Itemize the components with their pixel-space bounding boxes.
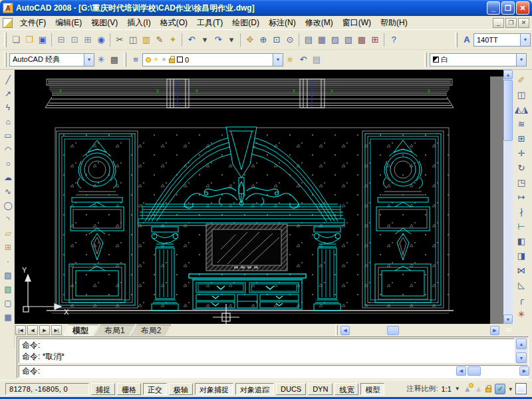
ellipse-arc-icon[interactable]: ◝ [2,212,15,226]
quickcalc-icon[interactable]: ⊞ [368,33,382,47]
menu-item[interactable]: 标注(N) [264,17,301,28]
redo-icon[interactable]: ↷ [211,33,225,47]
break-icon[interactable]: ◨ [514,248,529,263]
tab-nav-last[interactable]: ▶| [51,325,62,335]
chevron-down-icon[interactable]: ▾ [516,54,526,66]
command-scrollbar[interactable]: ▲ ▼ [516,338,527,363]
status-toggle[interactable]: 对象追踪 [235,383,274,395]
help-icon[interactable]: ? [387,33,400,47]
mirror-icon[interactable]: ◭◮ [514,102,529,116]
toolbar-grip[interactable] [424,53,427,67]
menu-item[interactable]: 视图(V) [86,17,122,28]
layer-combo[interactable]: ☀ ☀ 0 ▾ [142,53,283,66]
arc-icon[interactable]: ◠ [2,142,15,156]
menu-item[interactable]: 窗口(W) [338,17,376,28]
join-icon[interactable]: ⋈ [514,263,529,277]
status-toggle[interactable]: 正交 [143,383,167,395]
menu-item[interactable]: 修改(M) [301,17,338,28]
plot-icon[interactable]: ⊟ [55,33,68,47]
revision-cloud-icon[interactable]: ☁ [2,170,15,184]
toolbar-grip[interactable] [4,33,7,47]
zoom-previous-icon[interactable]: ⊙ [283,33,297,47]
table-icon[interactable]: ▦ [2,310,15,324]
status-menu-arrow-icon[interactable]: ▾ [509,386,512,392]
layer-properties-manager-icon[interactable]: ≡ [129,53,142,67]
explode-icon[interactable]: ✳ [514,307,529,321]
toolbar-separator[interactable] [182,33,183,47]
cut-icon[interactable]: ✂ [113,33,126,47]
horizontal-scroll-thumb[interactable] [387,326,399,335]
fillet-icon[interactable]: ╭ [514,292,529,307]
command-history[interactable]: 命令:命令: *取消* [19,338,515,363]
designcenter-icon[interactable]: ▦ [315,33,329,47]
paste-icon[interactable]: ▥ [140,33,153,47]
command-input[interactable]: 命令: [19,365,528,378]
save-icon[interactable]: ▣ [36,33,49,47]
tool-palettes-icon[interactable]: ▨ [329,33,342,47]
match-properties-icon[interactable]: ✎ [153,33,166,47]
plot-preview-icon[interactable]: ⊡ [68,33,81,47]
erase-icon[interactable]: ✐ [514,72,529,87]
chamfer-icon[interactable]: ◺ [514,277,529,292]
chevron-down-icon[interactable]: ▾ [273,54,283,66]
markup-set-manager-icon[interactable]: ▩ [355,33,368,47]
toolbar-separator[interactable] [51,33,53,47]
move-icon[interactable]: ✛ [514,146,529,160]
menu-item[interactable]: 绘图(D) [227,17,264,28]
menu-item[interactable]: 格式(O) [156,17,192,28]
make-block-icon[interactable]: ⊞ [2,240,15,254]
layout-tab[interactable]: 布局2 [131,325,172,336]
toolbar-grip[interactable] [4,53,7,67]
annotation-scale-arrow-icon[interactable]: ▼ [455,386,460,392]
doc-restore-button[interactable]: ❐ [505,18,517,28]
insert-block-icon[interactable]: ▱ [2,226,15,240]
workspace-settings-icon[interactable]: ✳ [94,53,108,67]
toolbar-separator[interactable] [299,33,300,47]
zoom-window-icon[interactable]: ⊡ [270,33,283,47]
circle-icon[interactable]: ○ [2,156,15,170]
annotation-visibility-icon[interactable]: ▲ [464,384,471,394]
tab-scroll-splitter[interactable] [335,325,338,335]
ellipse-icon[interactable]: ◯ [2,198,15,212]
gradient-icon[interactable]: ▧ [2,282,15,296]
status-toggle[interactable]: DYN [308,383,332,395]
color-combo[interactable]: 白 ▾ [430,53,527,66]
chevron-down-icon[interactable]: ▾ [84,54,94,66]
zoom-realtime-icon[interactable]: ⊕ [257,33,270,47]
doc-minimize-button[interactable]: _ [493,18,504,28]
chevron-down-icon[interactable]: ▾ [520,34,530,46]
command-hscrollbar[interactable]: ◀ ▶ [456,366,529,376]
menu-item[interactable]: 编辑(E) [51,17,86,28]
hatch-icon[interactable]: ▨ [2,268,15,282]
scroll-up-arrow[interactable]: ▲ [503,70,513,79]
extend-icon[interactable]: ⊢ [514,219,529,233]
layout-tab[interactable]: 布局1 [94,325,135,336]
hscroll-right-arrow[interactable]: ▶ [519,366,529,376]
redo-dropdown-icon[interactable]: ▾ [225,33,238,47]
interface-lock-check-icon[interactable]: ✓ [495,384,505,394]
hscroll-left-arrow[interactable]: ◀ [456,366,466,376]
horizontal-scroll-thumb[interactable] [467,366,481,376]
undo-icon[interactable]: ↶ [185,33,198,47]
undo-dropdown-icon[interactable]: ▾ [198,33,211,47]
point-icon[interactable]: ∙ [2,254,15,268]
hscroll-left-arrow[interactable]: ◀ [340,326,350,335]
menu-item[interactable]: 插入(I) [122,17,155,28]
tab-nav-next[interactable]: ▶ [39,325,50,335]
copy-icon[interactable]: ◫ [126,33,140,47]
rectangle-icon[interactable]: ▭ [2,128,15,142]
region-icon[interactable]: ▢ [2,296,15,310]
new-file-icon[interactable]: ❏ [9,33,23,47]
status-toggle[interactable]: 栅格 [117,383,141,395]
pan-icon[interactable]: ✥ [243,33,257,47]
tab-nav-prev[interactable]: ◀ [27,325,38,335]
menu-item[interactable]: 文件(F) [15,17,51,28]
scroll-down-arrow[interactable]: ▼ [516,352,527,363]
layout-tab[interactable]: 模型 [63,325,98,336]
tab-nav-first[interactable]: |◀ [15,325,26,335]
scroll-down-arrow[interactable]: ▼ [503,315,513,324]
break-at-point-icon[interactable]: ◧ [514,233,529,248]
properties-icon[interactable]: ▤ [302,33,315,47]
spline-icon[interactable]: ∿ [2,184,15,198]
toolbar-grip[interactable] [124,53,126,67]
